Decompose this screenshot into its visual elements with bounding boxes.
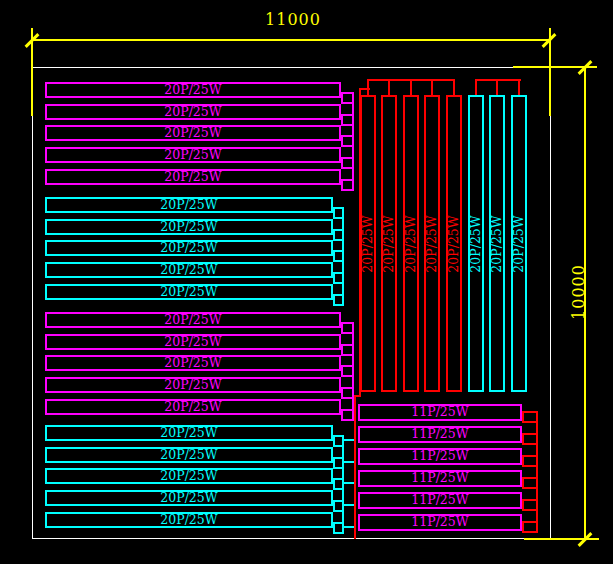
bar-label: 20P/25W: [426, 215, 439, 272]
bar-label: 20P/25W: [160, 514, 217, 527]
bar-label: 20P/25W: [160, 449, 217, 462]
bar-label: 20P/25W: [383, 215, 396, 272]
manifold-drop-pipe: [367, 79, 369, 95]
bottom-heating-bar: 11P/25W: [358, 404, 522, 421]
left-heating-bar: 20P/25W: [45, 425, 333, 441]
bar-label: 20P/25W: [160, 221, 217, 234]
bar-label: 20P/25W: [160, 242, 217, 255]
left-heating-bar: 20P/25W: [45, 147, 341, 163]
bar-label: 20P/25W: [470, 215, 483, 272]
bar-label: 20P/25W: [164, 401, 221, 414]
vertical-heating-bar: 20P/25W: [424, 95, 440, 392]
vertical-heating-bar: 20P/25W: [403, 95, 419, 392]
group-trunk-pipe: [342, 207, 344, 306]
bar-label: 20P/25W: [164, 127, 221, 140]
vertical-heating-bar: 20P/25W: [381, 95, 397, 392]
bar-label: 20P/25W: [164, 379, 221, 392]
bar-label: 20P/25W: [448, 215, 461, 272]
bar-label: 20P/25W: [164, 357, 221, 370]
left-heating-bar: 20P/25W: [45, 125, 341, 141]
dimension-label-top: 11000: [253, 10, 333, 29]
bar-label: 20P/25W: [160, 470, 217, 483]
left-heating-bar: 20P/25W: [45, 334, 341, 350]
dimension-line-top: [32, 39, 549, 41]
left-heating-bar: 20P/25W: [45, 169, 341, 185]
vertical-heating-bar: 20P/25W: [360, 95, 376, 392]
tab-extension-pipe: [344, 439, 354, 441]
vertical-heating-bar: 20P/25W: [468, 95, 484, 392]
bar-label: 20P/25W: [160, 286, 217, 299]
bar-label: 20P/25W: [164, 149, 221, 162]
bar-label: 20P/25W: [405, 215, 418, 272]
left-heating-bar: 20P/25W: [45, 447, 333, 463]
supply-trunk-vertical-lower: [354, 395, 356, 539]
manifold-drop-pipe: [431, 79, 433, 95]
vertical-heating-bar: 20P/25W: [489, 95, 505, 392]
bottom-heating-bar: 11P/25W: [358, 470, 522, 487]
bar-label: 11P/25W: [411, 494, 468, 507]
manifold-drop-pipe: [388, 79, 390, 95]
manifold-header-cyan-group: [476, 79, 521, 81]
left-heating-bar: 20P/25W: [45, 197, 333, 213]
bar-label: 20P/25W: [362, 215, 375, 272]
bar-label: 20P/25W: [491, 215, 504, 272]
left-heating-bar: 20P/25W: [45, 262, 333, 278]
left-heating-bar: 20P/25W: [45, 490, 333, 506]
left-heating-bar: 20P/25W: [45, 512, 333, 528]
bar-label: 20P/25W: [164, 314, 221, 327]
bar-label: 20P/25W: [160, 492, 217, 505]
group-trunk-pipe: [352, 92, 354, 191]
bar-label: 20P/25W: [513, 215, 526, 272]
bottom-heating-bar: 11P/25W: [358, 514, 522, 531]
manifold-drop-pipe: [518, 79, 520, 95]
left-heating-bar: 20P/25W: [45, 219, 333, 235]
bottom-heating-bar: 11P/25W: [358, 492, 522, 509]
manifold-drop-pipe: [453, 79, 455, 95]
bar-label: 20P/25W: [164, 336, 221, 349]
left-heating-bar: 20P/25W: [45, 468, 333, 484]
vertical-heating-bar: 20P/25W: [511, 95, 527, 392]
bar-label: 20P/25W: [160, 199, 217, 212]
left-heating-bar: 20P/25W: [45, 377, 341, 393]
tab-extension-pipe: [344, 461, 354, 463]
bar-label: 11P/25W: [411, 472, 468, 485]
bar-label: 20P/25W: [160, 264, 217, 277]
return-trunk-pipe: [536, 411, 538, 532]
dimension-label-right: 10000: [562, 262, 594, 322]
bottom-heating-bar: 11P/25W: [358, 426, 522, 443]
group-trunk-pipe: [342, 435, 344, 534]
vertical-heating-bar: 20P/25W: [446, 95, 462, 392]
left-heating-bar: 20P/25W: [45, 104, 341, 120]
manifold-drop-pipe: [410, 79, 412, 95]
left-heating-bar: 20P/25W: [45, 82, 341, 98]
left-heating-bar: 20P/25W: [45, 240, 333, 256]
manifold-drop-pipe: [475, 79, 477, 95]
bar-label: 11P/25W: [411, 450, 468, 463]
dimension-label-right-text: 10000: [569, 264, 588, 320]
left-heating-bar: 20P/25W: [45, 355, 341, 371]
manifold-drop-pipe: [496, 79, 498, 95]
cad-drawing-canvas: 110001000020P/25W20P/25W20P/25W20P/25W20…: [0, 0, 613, 564]
tab-extension-pipe: [344, 526, 354, 528]
bar-label: 11P/25W: [411, 428, 468, 441]
bar-label: 20P/25W: [164, 171, 221, 184]
left-heating-bar: 20P/25W: [45, 284, 333, 300]
bar-label: 20P/25W: [164, 106, 221, 119]
bar-label: 11P/25W: [411, 406, 468, 419]
bar-label: 20P/25W: [160, 427, 217, 440]
bar-label: 20P/25W: [164, 84, 221, 97]
left-heating-bar: 20P/25W: [45, 399, 341, 415]
bottom-heating-bar: 11P/25W: [358, 448, 522, 465]
left-heating-bar: 20P/25W: [45, 312, 341, 328]
bar-label: 11P/25W: [411, 516, 468, 529]
tab-extension-pipe: [344, 482, 354, 484]
tab-extension-pipe: [344, 504, 354, 506]
